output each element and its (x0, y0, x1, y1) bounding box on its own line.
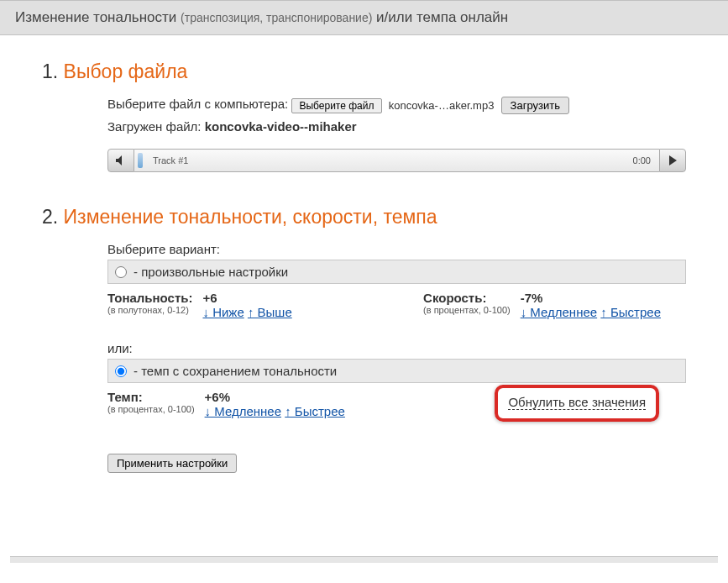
option2-label: - темп с сохранением тональности (134, 364, 337, 378)
play-button[interactable] (659, 149, 686, 172)
header-main: Изменение тональности (15, 9, 181, 25)
tempo-block: Темп: (в процентах, 0-100) +6% ↓ Медленн… (107, 390, 345, 418)
tonality-lower-link[interactable]: ↓ Ниже (202, 305, 244, 319)
reset-highlight: Обнулить все значения (495, 385, 659, 422)
header-sub: (транспозиция, транспонирование) (181, 11, 372, 24)
apply-settings-button[interactable]: Применить настройки (107, 454, 237, 473)
progress-indicator (138, 153, 143, 168)
section1-num: 1. (42, 60, 64, 82)
tempo-label: Темп: (107, 390, 195, 404)
speed-note: (в процентах, 0-100) (423, 305, 511, 315)
section1-title: Выбор файла (64, 60, 188, 82)
tonality-value: +6 (202, 291, 291, 305)
play-icon (669, 155, 677, 165)
file-select-row: Выберите файл с компьютера: Выберите фай… (107, 97, 686, 114)
upload-button[interactable]: Загрузить (501, 97, 569, 114)
page-header: Изменение тональности (транспозиция, тра… (0, 0, 728, 35)
or-label: или: (107, 341, 686, 355)
section1-heading: 1. Выбор файла (42, 60, 686, 83)
speed-faster-link[interactable]: ↑ Быстрее (600, 305, 661, 319)
option1-bar[interactable]: - произвольные настройки (107, 260, 686, 284)
speed-value: -7% (521, 291, 661, 305)
choose-file-button[interactable]: Выберите файл (291, 98, 381, 113)
option1-radio[interactable] (115, 266, 127, 278)
option2-bar[interactable]: - темп с сохранением тональности (107, 359, 686, 383)
section2-num: 2. (42, 206, 64, 228)
section2-title: Изменение тональности, скорости, темпа (64, 206, 437, 228)
audio-player: Track #1 0:00 (107, 149, 686, 172)
loaded-label: Загружен файл: (107, 119, 205, 134)
tempo-faster-link[interactable]: ↑ Быстрее (285, 404, 345, 418)
speed-block: Скорость: (в процентах, 0-100) -7% ↓ Мед… (423, 291, 661, 319)
track-time: 0:00 (633, 155, 651, 165)
loaded-filename: koncovka-video--mihaker (205, 119, 357, 134)
tempo-note: (в процентах, 0-100) (107, 404, 195, 414)
option1-label: - произвольные настройки (134, 265, 288, 279)
tonality-block: Тональность: (в полутонах, 0-12) +6 ↓ Ни… (107, 291, 292, 319)
mute-button[interactable] (107, 149, 134, 172)
tonality-note: (в полутонах, 0-12) (107, 305, 192, 315)
loaded-file-row: Загружен файл: koncovka-video--mihaker (107, 119, 686, 134)
section2-heading: 2. Изменение тональности, скорости, темп… (42, 206, 686, 228)
track-label: Track #1 (153, 155, 188, 165)
tonality-higher-link[interactable]: ↑ Выше (248, 305, 292, 319)
choose-variant-label: Выберите вариант: (107, 242, 686, 256)
choose-label: Выберите файл с компьютера: (107, 97, 291, 111)
tempo-value: +6% (205, 390, 345, 404)
footer-divider (10, 556, 718, 563)
chosen-filename: koncovka-…aker.mp3 (389, 99, 495, 112)
speed-label: Скорость: (423, 291, 511, 305)
reset-all-link[interactable]: Обнулить все значения (508, 395, 646, 410)
tonality-label: Тональность: (107, 291, 192, 305)
player-track[interactable]: Track #1 0:00 (134, 149, 659, 172)
tempo-slower-link[interactable]: ↓ Медленнее (205, 404, 281, 418)
header-tail: и/или темпа онлайн (372, 9, 508, 25)
option2-radio[interactable] (115, 365, 127, 377)
speed-slower-link[interactable]: ↓ Медленнее (521, 305, 597, 319)
